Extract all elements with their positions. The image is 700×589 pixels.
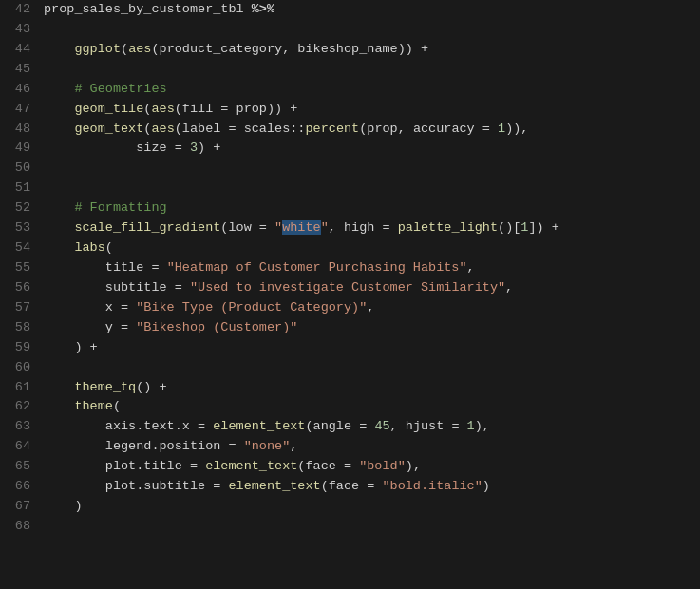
code-line: theme_tq() +	[44, 378, 700, 398]
token-pipe: %>%	[252, 2, 274, 16]
token-white-text: ) +	[198, 141, 220, 155]
token-white-text: (prop, accuracy =	[359, 122, 498, 136]
token-number: 45	[374, 419, 389, 433]
line-number: 43	[9, 20, 30, 40]
token-white-text: (product_category, bikeshop_name)) +	[151, 42, 428, 56]
token-white-text: axis.text.x =	[44, 419, 213, 433]
line-number: 42	[9, 0, 30, 20]
token-yellow: aes	[128, 42, 151, 56]
token-white-text: (angle =	[305, 419, 374, 433]
token-white-text: plot.subtitle =	[44, 479, 228, 493]
token-white-text: ,	[367, 300, 374, 314]
code-line: title = "Heatmap of Customer Purchasing …	[44, 258, 700, 278]
code-line: labs(	[44, 238, 700, 258]
token-white-text	[44, 399, 74, 413]
token-string: "Bikeshop (Customer)"	[136, 320, 297, 334]
token-white-text: )	[44, 499, 83, 513]
token-white-text: ),	[406, 459, 421, 473]
line-number: 47	[9, 100, 30, 120]
code-line: )	[44, 497, 700, 517]
token-white-text: (face =	[297, 459, 359, 473]
code-line	[44, 517, 700, 537]
token-white-text: , high =	[329, 220, 398, 235]
code-line: subtitle = "Used to investigate Customer…	[44, 278, 700, 298]
token-white-text: y =	[44, 320, 136, 334]
token-white-text: , hjust =	[390, 419, 467, 433]
token-yellow: theme_tq	[74, 380, 136, 394]
line-number: 44	[9, 40, 30, 60]
line-number: 64	[9, 437, 30, 457]
token-white-text: ]) +	[528, 220, 558, 235]
line-number: 49	[9, 139, 30, 159]
code-line: geom_tile(aes(fill = prop)) +	[44, 100, 700, 120]
token-white-text	[44, 122, 74, 136]
token-yellow: labs	[74, 240, 104, 255]
token-white-text: ) +	[44, 340, 98, 354]
line-number: 60	[9, 358, 30, 378]
code-line: prop_sales_by_customer_tbl %>%	[44, 0, 700, 20]
token-string: "bold.italic"	[382, 479, 482, 493]
token-white-text: )),	[505, 122, 528, 136]
line-number: 48	[9, 120, 30, 140]
token-white-text	[44, 240, 74, 255]
line-number: 67	[9, 497, 30, 517]
token-string: "Bike Type (Product Category)"	[136, 300, 367, 314]
token-white-text	[44, 380, 74, 394]
token-white-text: ),	[475, 419, 490, 433]
token-white-text: legend.position =	[44, 439, 244, 453]
code-line: ggplot(aes(product_category, bikeshop_na…	[44, 40, 700, 60]
token-yellow: ggplot	[74, 42, 121, 56]
token-comment: # Formatting	[74, 200, 166, 215]
token-white-text	[44, 200, 74, 215]
token-number: 3	[190, 141, 198, 155]
code-line: # Formatting	[44, 199, 700, 218]
code-content: prop_sales_by_customer_tbl %>% ggplot(ae…	[40, 0, 700, 537]
code-line: plot.subtitle = element_text(face = "bol…	[44, 477, 700, 497]
line-number: 53	[9, 218, 30, 238]
token-white-text: (	[113, 399, 121, 413]
token-string: "Heatmap of Customer Purchasing Habits"	[167, 260, 467, 275]
token-string: "bold"	[359, 459, 406, 473]
code-line	[44, 179, 700, 199]
code-line	[44, 358, 700, 378]
line-number: 45	[9, 60, 30, 80]
token-string: "none"	[244, 439, 291, 453]
token-white-text	[44, 102, 74, 116]
highlighted-text: white	[282, 220, 321, 235]
token-number: 1	[498, 122, 505, 136]
line-number: 50	[9, 159, 30, 179]
token-yellow: theme	[74, 399, 113, 413]
token-white-text	[44, 82, 74, 96]
line-number: 55	[9, 258, 30, 278]
token-string: "	[321, 220, 329, 235]
line-number: 59	[9, 338, 30, 358]
code-line: scale_fill_gradient(low = "white", high …	[44, 218, 700, 238]
code-line: axis.text.x = element_text(angle = 45, h…	[44, 417, 700, 437]
code-line	[44, 20, 700, 40]
token-yellow: element_text	[213, 419, 305, 433]
code-line: # Geometries	[44, 80, 700, 100]
token-white-text: x =	[44, 300, 136, 314]
token-yellow: element_text	[205, 459, 297, 473]
token-white-text: prop_sales_by_customer_tbl	[44, 2, 252, 16]
token-white-text: size =	[44, 141, 190, 155]
token-white-text	[44, 42, 74, 56]
token-white-text: () +	[136, 380, 166, 394]
token-white-text: ,	[467, 260, 475, 275]
code-line: size = 3) +	[44, 139, 700, 159]
code-line: x = "Bike Type (Product Category)",	[44, 298, 700, 318]
token-white-text: title =	[44, 260, 167, 275]
token-white-text: (fill = prop)) +	[175, 102, 298, 116]
token-white-text: (face =	[321, 479, 383, 493]
token-white-text: (label = scales::	[175, 122, 306, 136]
token-yellow: aes	[151, 122, 174, 136]
token-yellow: aes	[151, 102, 174, 116]
token-white-text: )	[482, 479, 490, 493]
code-line: ) +	[44, 338, 700, 358]
token-white-text: ,	[505, 280, 513, 294]
token-yellow: percent	[305, 122, 359, 136]
token-white-text: (	[105, 240, 113, 255]
token-white-text: (	[121, 42, 128, 56]
token-comment: # Geometries	[74, 82, 166, 96]
token-yellow: geom_tile	[74, 102, 143, 116]
